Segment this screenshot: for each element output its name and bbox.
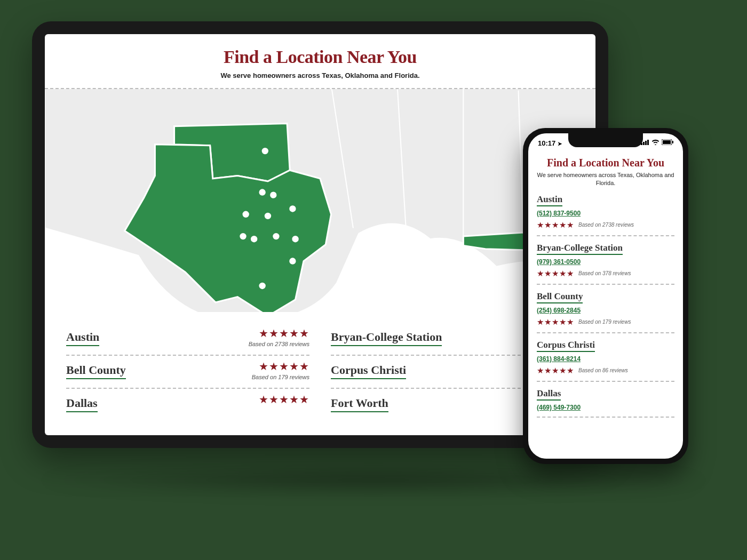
location-name[interactable]: Corpus Christi [331, 363, 406, 379]
map-marker-icon[interactable] [291, 235, 299, 243]
location-name[interactable]: Bell County [537, 291, 583, 303]
phone-content: Find a Location Near You We serve homeow… [528, 153, 683, 459]
phone-device-frame: 10:17 ➤ Find a Location Near You We serv… [523, 128, 688, 464]
location-phone-link[interactable]: (512) 837-9500 [537, 210, 674, 217]
phone-screen: 10:17 ➤ Find a Location Near You We serv… [528, 133, 683, 459]
map-marker-icon[interactable] [261, 147, 269, 155]
page-subtitle: We serve homeowners across Texas, Oklaho… [55, 71, 585, 79]
reviews-count: Based on 2738 reviews [578, 222, 634, 228]
locations-map[interactable] [45, 88, 595, 312]
map-marker-icon[interactable] [258, 282, 266, 290]
location-item: Bryan-College Station(979) 361-0500★★★★★… [537, 236, 674, 285]
locations-list: Austin(512) 837-9500★★★★★Based on 2738 r… [537, 188, 674, 418]
location-tile: Bell County(254) 698-2845★★★★★Based on 1… [66, 356, 309, 389]
reviews-count: Based on 179 reviews [578, 319, 631, 325]
location-name[interactable]: Bryan-College Station [537, 243, 623, 255]
star-rating-icon: ★★★★★ [259, 393, 309, 406]
reviews-count: Based on 2738 reviews [249, 341, 309, 347]
tablet-screen: Find a Location Near You We serve homeow… [45, 34, 595, 435]
location-name[interactable]: Bryan-College Station [331, 330, 442, 346]
star-rating-icon: ★★★★★ [537, 366, 574, 375]
location-name[interactable]: Fort Worth [331, 396, 388, 412]
phone-notch [568, 133, 643, 147]
svg-rect-6 [663, 140, 671, 144]
location-phone-link[interactable]: (979) 361-0500 [537, 258, 674, 266]
tablet-device-frame: Find a Location Near You We serve homeow… [32, 21, 608, 448]
wifi-icon [651, 139, 659, 147]
location-name[interactable]: Dallas [537, 388, 561, 401]
location-item: Dallas(469) 549-7300 [537, 382, 674, 418]
map-marker-icon[interactable] [239, 233, 247, 240]
location-tile: Austin(512) 837-9500★★★★★Based on 2738 r… [66, 323, 309, 356]
location-item: Corpus Christi(361) 884-8214★★★★★Based o… [537, 333, 674, 382]
device-shadow [32, 464, 715, 496]
star-rating-icon: ★★★★★ [537, 317, 574, 327]
location-name[interactable]: Austin [66, 330, 99, 346]
location-phone-link[interactable]: (254) 698-2845 [537, 307, 674, 314]
location-arrow-icon: ➤ [558, 141, 562, 147]
location-name[interactable]: Austin [537, 194, 562, 206]
page-title: Find a Location Near You [537, 157, 674, 169]
svg-rect-4 [647, 140, 649, 145]
reviews-count: Based on 378 reviews [578, 270, 631, 276]
map-marker-icon[interactable] [289, 205, 296, 212]
location-tile: Dallas★★★★★ [66, 389, 309, 421]
reviews-count: Based on 86 reviews [578, 367, 628, 373]
star-rating-icon: ★★★★★ [249, 327, 309, 340]
map-marker-icon[interactable] [272, 233, 280, 240]
location-name[interactable]: Dallas [66, 396, 98, 412]
location-name[interactable]: Bell County [66, 363, 126, 379]
location-item: Austin(512) 837-9500★★★★★Based on 2738 r… [537, 188, 674, 236]
map-marker-icon[interactable] [258, 188, 266, 196]
star-rating-icon: ★★★★★ [537, 269, 574, 278]
page-title: Find a Location Near You [55, 47, 585, 67]
map-marker-icon[interactable] [242, 211, 249, 218]
svg-rect-7 [672, 141, 673, 143]
star-rating-icon: ★★★★★ [252, 360, 309, 373]
location-item: Bell County(254) 698-2845★★★★★Based on 1… [537, 285, 674, 333]
location-phone-link[interactable]: (361) 884-8214 [537, 355, 674, 363]
locations-grid: Austin(512) 837-9500★★★★★Based on 2738 r… [45, 312, 595, 421]
map-marker-icon[interactable] [264, 212, 272, 220]
map-marker-icon[interactable] [269, 191, 277, 198]
location-rating: ★★★★★Based on 179 reviews [252, 360, 309, 380]
map-marker-icon[interactable] [250, 235, 258, 243]
svg-rect-2 [643, 142, 645, 145]
svg-rect-3 [645, 141, 647, 145]
page-subtitle: We serve homeowners across Texas, Oklaho… [537, 171, 674, 188]
location-rating: ★★★★★Based on 2738 reviews [249, 327, 309, 347]
location-rating: ★★★★★ [259, 393, 309, 406]
page-header: Find a Location Near You We serve homeow… [45, 34, 595, 88]
battery-icon [662, 139, 673, 147]
location-phone-link[interactable]: (469) 549-7300 [537, 404, 674, 411]
star-rating-icon: ★★★★★ [537, 220, 574, 230]
location-name[interactable]: Corpus Christi [537, 340, 595, 352]
reviews-count: Based on 179 reviews [252, 374, 309, 380]
status-time: 10:17 ➤ [538, 139, 562, 147]
map-marker-icon[interactable] [289, 257, 296, 265]
